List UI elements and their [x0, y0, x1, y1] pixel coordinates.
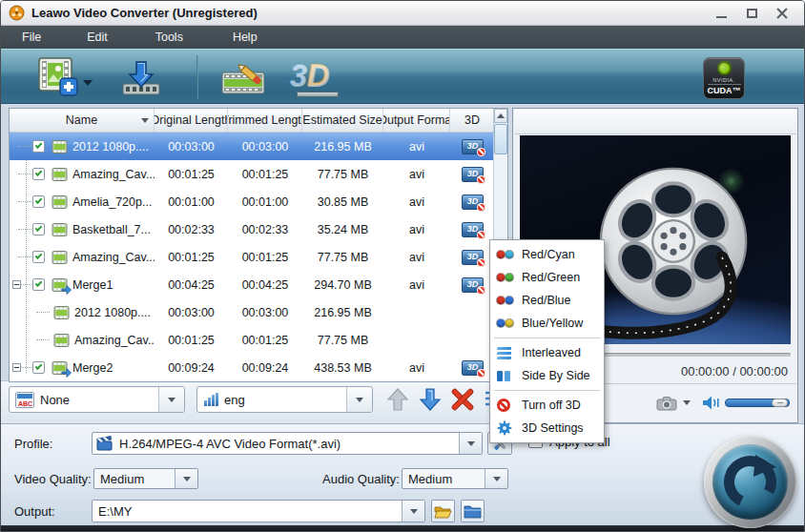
subtitle-dropdown-button[interactable]: [158, 387, 184, 412]
audio-quality-dropdown-button[interactable]: [485, 469, 507, 488]
preview-toolbar-strip: [514, 110, 796, 134]
row-checkbox[interactable]: [32, 195, 45, 208]
menu-item-label: 3D Settings: [522, 421, 584, 435]
add-video-dropdown-caret[interactable]: [83, 80, 93, 86]
table-row[interactable]: Amazing_Cav...00:01:2500:01:2577.75 MB: [10, 326, 507, 354]
cell-format: [383, 326, 450, 354]
column-header-estimated-size[interactable]: Estimated Size: [302, 109, 383, 132]
output-path-value: E:\MY: [98, 504, 402, 519]
output-path-combobox[interactable]: E:\MY: [92, 500, 425, 522]
cell-original: 00:02:33: [155, 215, 228, 243]
output-dropdown-button[interactable]: [402, 501, 424, 522]
snapshot-camera-icon[interactable]: [656, 396, 677, 411]
volume-slider[interactable]: [725, 399, 790, 407]
download-video-button[interactable]: [117, 59, 165, 101]
gear-icon: [497, 420, 516, 436]
row-checkbox[interactable]: [32, 361, 45, 374]
snapshot-dropdown-caret[interactable]: [683, 400, 691, 405]
menu-item-interleaved[interactable]: Interleaved: [490, 341, 604, 364]
column-header-3d[interactable]: 3D: [450, 109, 495, 132]
menu-item-3d-settings[interactable]: 3D Settings: [490, 417, 604, 440]
volume-speaker-icon[interactable]: [702, 395, 721, 411]
minimize-button[interactable]: [712, 6, 730, 21]
collapse-expander[interactable]: [12, 363, 21, 372]
move-up-button[interactable]: [386, 387, 409, 412]
add-video-button[interactable]: [35, 57, 79, 101]
volume-thumb[interactable]: [772, 399, 788, 407]
audio-track-select[interactable]: eng: [196, 386, 373, 413]
profile-dropdown-button[interactable]: [459, 433, 482, 454]
menu-item-edit[interactable]: Edit: [75, 27, 119, 48]
menu-item-red-green[interactable]: Red/Green: [490, 266, 604, 289]
table-row[interactable]: 2012 1080p....00:03:0000:03:00216.95 MB: [10, 298, 507, 326]
check-icon: [35, 362, 43, 370]
3d-off-badge: [477, 258, 485, 267]
3d-off-badge: [477, 286, 485, 295]
table-row[interactable]: 2012 1080p....00:03:0000:03:00216.95 MBa…: [10, 133, 507, 160]
menu-item-red-blue[interactable]: Red/Blue: [490, 289, 604, 312]
cell-3d: [450, 326, 495, 354]
download-icon: [117, 59, 165, 97]
profile-label: Profile:: [14, 437, 52, 451]
merge-file-icon: [52, 277, 68, 293]
remove-button[interactable]: [451, 388, 474, 411]
table-row[interactable]: Merge100:04:2500:04:25294.70 MBavi3D: [10, 271, 507, 298]
3d-toggle-icon[interactable]: 3D: [462, 167, 484, 182]
column-header-label: Output Format: [383, 113, 450, 127]
maximize-button[interactable]: [743, 6, 760, 21]
audio-dropdown-button[interactable]: [346, 387, 372, 412]
3d-movie-button[interactable]: 3D: [289, 57, 342, 97]
file-name: Merge2: [72, 361, 113, 375]
row-checkbox[interactable]: [32, 251, 45, 263]
open-output-folder-button[interactable]: [461, 500, 485, 522]
row-checkbox[interactable]: [32, 168, 45, 180]
3d-toggle-icon[interactable]: 3D: [462, 250, 484, 265]
video-file-icon: [52, 194, 68, 210]
browse-output-button[interactable]: [431, 500, 455, 522]
scroll-thumb[interactable]: [494, 124, 507, 154]
file-name: Amazing_Cav...: [72, 251, 155, 264]
video-quality-dropdown-button[interactable]: [175, 469, 197, 488]
move-down-button[interactable]: [419, 387, 442, 412]
3d-toggle-icon[interactable]: 3D: [462, 139, 484, 154]
audio-track-icon: [204, 393, 218, 406]
video-file-icon: [52, 167, 68, 182]
menu-item-side-by-side[interactable]: Side By Side: [490, 364, 604, 387]
close-button[interactable]: [774, 6, 791, 21]
video-quality-label: Video Quality:: [14, 472, 92, 486]
audio-quality-select[interactable]: Medium: [402, 468, 508, 489]
3d-toggle-icon[interactable]: 3D: [462, 194, 484, 210]
menu-item-red-cyan[interactable]: Red/Cyan: [490, 243, 604, 266]
table-row[interactable]: Amelia_720p...00:01:0000:01:0030.85 MBav…: [10, 188, 507, 215]
menu-item-file[interactable]: File: [10, 27, 52, 48]
column-header-trimmed-length[interactable]: Trimmed Length: [228, 109, 302, 132]
chevron-down-icon: [467, 441, 475, 446]
3d-toggle-icon[interactable]: 3D: [462, 277, 484, 293]
video-quality-select[interactable]: Medium: [93, 468, 198, 489]
subtitle-select[interactable]: ABC None: [9, 386, 185, 413]
scroll-up-button[interactable]: [494, 109, 507, 123]
column-header-name[interactable]: Name: [10, 109, 155, 132]
table-row[interactable]: Merge200:09:2400:09:24438.53 MBavi3D: [10, 354, 507, 381]
3d-toggle-icon[interactable]: 3D: [462, 360, 484, 376]
row-checkbox[interactable]: [32, 223, 45, 235]
3d-toggle-icon[interactable]: 3D: [462, 222, 484, 237]
table-row[interactable]: Amazing_Cav...00:01:2500:01:2577.75 MBav…: [10, 160, 507, 188]
edit-video-button[interactable]: [218, 59, 268, 101]
file-name: Amazing_Cav...: [72, 168, 155, 181]
video-quality-value: Medium: [100, 472, 175, 486]
menu-item-help[interactable]: Help: [221, 27, 269, 48]
table-row[interactable]: Amazing_Cav...00:01:2500:01:2577.75 MBav…: [10, 243, 507, 271]
row-checkbox[interactable]: [32, 278, 45, 291]
menu-item-blue-yellow[interactable]: Blue/Yellow: [490, 312, 604, 335]
profile-select[interactable]: H.264/MPEG-4 AVC Video Format(*.avi): [92, 432, 483, 455]
file-list-panel: NameOriginal LengthTrimmed LengthEstimat…: [9, 108, 508, 382]
menu-item-turn-off-3d[interactable]: Turn off 3D: [490, 394, 604, 417]
collapse-expander[interactable]: [12, 280, 21, 289]
table-row[interactable]: Basketball_7...00:02:3300:02:3335.24 MBa…: [10, 215, 507, 243]
column-header-original-length[interactable]: Original Length: [155, 109, 228, 132]
column-header-output-format[interactable]: Output Format: [383, 109, 450, 132]
menu-item-tools[interactable]: Tools: [144, 27, 195, 48]
row-checkbox[interactable]: [32, 140, 45, 153]
convert-button[interactable]: [704, 436, 796, 528]
